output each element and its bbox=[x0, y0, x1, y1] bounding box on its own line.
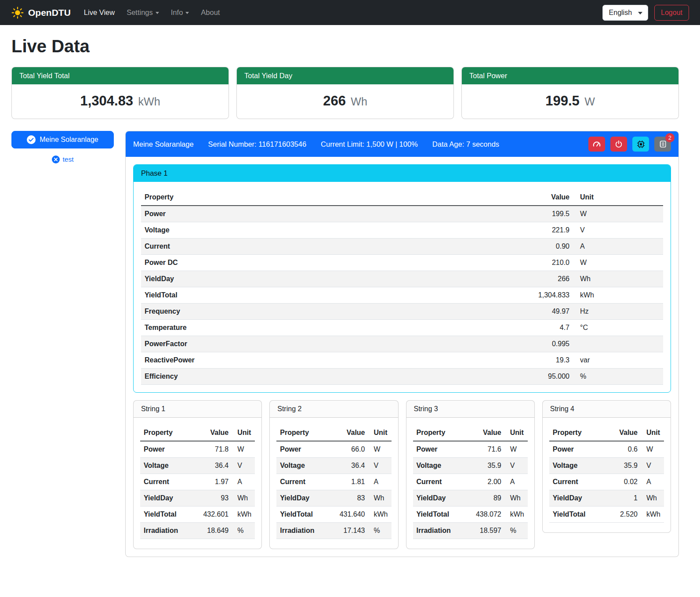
summary-unit: kWh bbox=[138, 95, 160, 108]
language-select[interactable]: English bbox=[602, 5, 648, 21]
value-cell: 71.6 bbox=[472, 441, 505, 458]
device-info-button[interactable] bbox=[632, 137, 649, 152]
value-cell: 210.0 bbox=[509, 255, 573, 271]
value-cell: 2.520 bbox=[609, 507, 641, 523]
column-header-property: Property bbox=[140, 425, 199, 441]
value-cell: 1 bbox=[609, 490, 641, 507]
string-body: Property Value Unit Power0.6WVoltage35.9… bbox=[543, 418, 671, 532]
inverter-select-meine-solaranlage[interactable]: Meine Solaranlage bbox=[11, 131, 114, 148]
property-cell: Current bbox=[549, 474, 609, 490]
property-cell: Irradiation bbox=[413, 523, 472, 539]
string-title: String 1 bbox=[134, 401, 261, 418]
limit-settings-button[interactable] bbox=[588, 137, 605, 152]
nav-item-settings[interactable]: Settings bbox=[127, 8, 159, 17]
value-cell: 17.143 bbox=[336, 523, 369, 539]
x-circle-icon bbox=[52, 156, 60, 163]
string-table: Property Value Unit Power71.6WVoltage35.… bbox=[413, 425, 528, 539]
table-header-row: Property Value Unit bbox=[413, 425, 528, 441]
property-cell: Voltage bbox=[413, 458, 472, 474]
property-cell: Current bbox=[276, 474, 336, 490]
unit-cell: V bbox=[505, 458, 528, 474]
nav-item-info-label: Info bbox=[171, 8, 183, 17]
column-header-property: Property bbox=[141, 189, 509, 206]
property-cell: Temperature bbox=[141, 320, 509, 336]
summary-value: 266 bbox=[323, 93, 346, 109]
table-row: YieldDay1Wh bbox=[549, 490, 664, 507]
cpu-icon bbox=[637, 140, 645, 148]
unit-cell: kWh bbox=[641, 507, 664, 523]
brand[interactable]: OpenDTU bbox=[11, 7, 71, 19]
nav-item-about[interactable]: About bbox=[201, 8, 220, 17]
string-card-1: String 1 Property Value Unit bbox=[133, 400, 262, 549]
unit-cell: W bbox=[573, 255, 663, 271]
property-cell: Power bbox=[141, 206, 509, 222]
current-limit: Current Limit: 1,500 W | 100% bbox=[321, 140, 418, 148]
nav-item-live-view[interactable]: Live View bbox=[84, 8, 115, 17]
value-cell: 431.640 bbox=[336, 507, 369, 523]
property-cell: Power DC bbox=[141, 255, 509, 271]
property-cell: Power bbox=[549, 441, 609, 458]
nav-item-info[interactable]: Info bbox=[171, 8, 189, 17]
column-header-unit: Unit bbox=[232, 425, 255, 441]
value-cell: 0.995 bbox=[509, 336, 573, 352]
table-row: Current1.81A bbox=[276, 474, 391, 490]
property-cell: PowerFactor bbox=[141, 336, 509, 352]
inverter-panel-body: Phase 1 Property Value Unit Power199.5WV… bbox=[126, 157, 678, 557]
unit-cell: °C bbox=[573, 320, 663, 336]
strings-row: String 1 Property Value Unit bbox=[133, 400, 671, 549]
property-cell: Power bbox=[140, 441, 199, 458]
value-cell: 0.6 bbox=[609, 441, 641, 458]
power-button[interactable] bbox=[610, 137, 627, 152]
table-row: Voltage36.4V bbox=[276, 458, 391, 474]
value-cell: 49.97 bbox=[509, 304, 573, 320]
logout-button[interactable]: Logout bbox=[654, 5, 689, 21]
table-row: Frequency49.97Hz bbox=[141, 304, 663, 320]
unit-cell: Wh bbox=[641, 490, 664, 507]
property-cell: YieldDay bbox=[276, 490, 336, 507]
summary-value: 199.5 bbox=[545, 93, 580, 109]
column-header-property: Property bbox=[549, 425, 609, 441]
unit-cell bbox=[573, 336, 663, 352]
inverter-select-label: Meine Solaranlage bbox=[40, 136, 98, 144]
unit-cell: V bbox=[232, 458, 255, 474]
summary-card-total-power: Total Power 199.5 W bbox=[461, 67, 679, 119]
string-body: Property Value Unit Power71.8WVoltage36.… bbox=[134, 418, 261, 549]
unit-cell: W bbox=[573, 206, 663, 222]
table-row: Irradiation18.649% bbox=[140, 523, 255, 539]
value-cell: 36.4 bbox=[336, 458, 369, 474]
summary-unit: Wh bbox=[351, 95, 367, 108]
panel-action-buttons: 2 bbox=[588, 137, 671, 152]
unit-cell: kWh bbox=[232, 507, 255, 523]
column-header-value: Value bbox=[199, 425, 232, 441]
summary-card-total-yield-total: Total Yield Total 1,304.83 kWh bbox=[11, 67, 229, 119]
property-cell: Current bbox=[141, 239, 509, 255]
phase-card: Phase 1 Property Value Unit Power199.5WV… bbox=[133, 164, 671, 393]
string-card-3: String 3 Property Value Unit bbox=[406, 400, 535, 549]
table-header-row: Property Value Unit bbox=[140, 425, 255, 441]
language-select-value: English bbox=[609, 9, 632, 16]
summary-card-body: 199.5 W bbox=[462, 84, 678, 119]
unit-cell: A bbox=[505, 474, 528, 490]
table-row: Current1.97A bbox=[140, 474, 255, 490]
phase-body: Property Value Unit Power199.5WVoltage22… bbox=[134, 182, 671, 392]
unit-cell: W bbox=[505, 441, 528, 458]
inverter-panel-header: Meine Solaranlage Serial Number: 1161716… bbox=[126, 131, 678, 157]
property-cell: Irradiation bbox=[276, 523, 336, 539]
property-cell: YieldDay bbox=[140, 490, 199, 507]
value-cell: 95.000 bbox=[509, 369, 573, 385]
table-row: YieldTotal432.601kWh bbox=[140, 507, 255, 523]
property-cell: YieldTotal bbox=[276, 507, 336, 523]
property-cell: YieldTotal bbox=[549, 507, 609, 523]
unit-cell: kWh bbox=[573, 287, 663, 304]
table-row: Voltage35.9V bbox=[413, 458, 528, 474]
value-cell: 83 bbox=[336, 490, 369, 507]
inverter-select-test[interactable]: test bbox=[11, 155, 114, 164]
serial-number: Serial Number: 116171603546 bbox=[208, 140, 307, 148]
power-icon bbox=[615, 140, 623, 148]
value-cell: 1.81 bbox=[336, 474, 369, 490]
event-log-button[interactable]: 2 bbox=[654, 137, 671, 152]
sun-logo-icon bbox=[11, 7, 24, 19]
table-row: Temperature4.7°C bbox=[141, 320, 663, 336]
property-cell: Voltage bbox=[141, 222, 509, 239]
value-cell: 0.02 bbox=[609, 474, 641, 490]
